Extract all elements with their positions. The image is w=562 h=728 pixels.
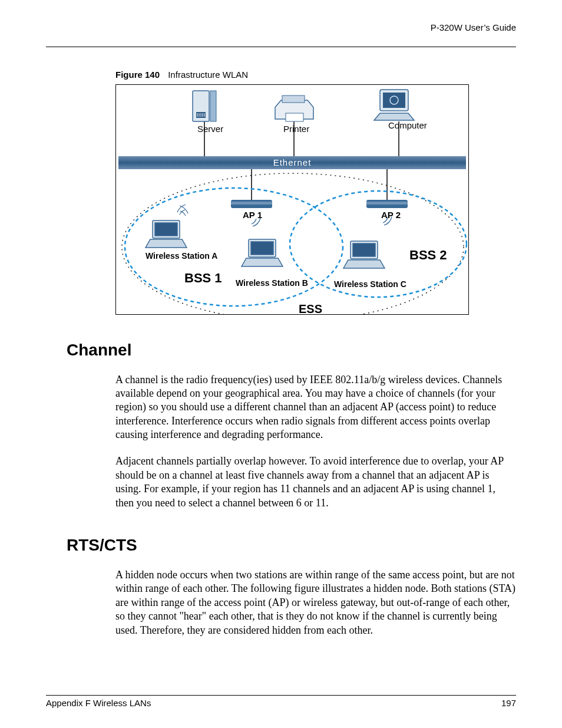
footer-left: Appendix F Wireless LANs [46, 698, 151, 709]
label-wsc: Wireless Station C [334, 279, 406, 290]
svg-rect-24 [366, 202, 408, 205]
label-server: Server [197, 124, 223, 135]
channel-paragraph-2: Adjacent channels partially overlap howe… [115, 454, 516, 510]
ethernet-label: Ethernet [273, 157, 312, 169]
svg-rect-19 [383, 93, 405, 108]
svg-rect-28 [251, 242, 273, 255]
label-wsa: Wireless Station A [146, 251, 217, 262]
page-footer: Appendix F Wireless LANs 197 [46, 695, 516, 709]
figure-caption: Figure 140 Infrastructure WLAN [115, 70, 516, 81]
label-bss1: BSS 1 [184, 270, 222, 286]
label-wsb: Wireless Station B [236, 278, 308, 289]
figure-140-diagram: Ethernet Server Printer Computer AP 1 AP… [115, 84, 469, 315]
figure-number: Figure 140 [115, 70, 160, 80]
figure-title: Infrastructure WLAN [168, 70, 248, 80]
label-ap1: AP 1 [243, 210, 262, 221]
label-printer: Printer [283, 124, 309, 135]
channel-paragraph-1: A channel is the radio frequency(ies) us… [115, 373, 516, 442]
ethernet-bar: Ethernet [118, 156, 466, 169]
header-rule [46, 47, 516, 47]
footer-rule [46, 695, 516, 696]
page-header: P-320W User’s Guide [46, 22, 516, 34]
svg-rect-22 [231, 202, 272, 205]
svg-rect-26 [155, 223, 177, 236]
label-ap2: AP 2 [381, 210, 401, 221]
label-bss2: BSS 2 [409, 247, 447, 263]
heading-rtscts: RTS/CTS [67, 535, 516, 555]
footer-page-number: 197 [501, 698, 516, 709]
heading-channel: Channel [67, 340, 516, 360]
rtscts-paragraph-1: A hidden node occurs when two stations a… [115, 568, 516, 637]
svg-rect-17 [286, 113, 303, 121]
svg-rect-30 [353, 243, 375, 256]
label-ess: ESS [299, 302, 322, 315]
label-computer: Computer [388, 120, 427, 131]
svg-rect-16 [282, 95, 305, 103]
svg-rect-9 [210, 91, 216, 121]
